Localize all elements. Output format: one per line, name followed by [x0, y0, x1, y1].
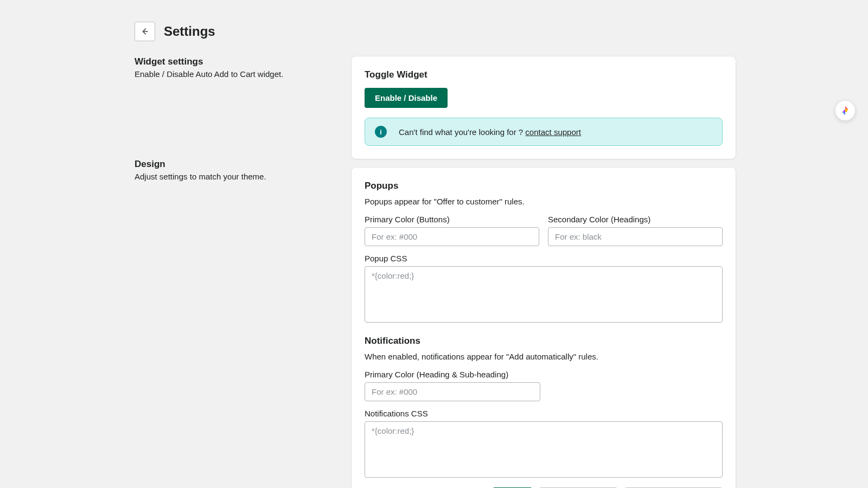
info-icon: i — [375, 126, 387, 138]
back-button[interactable] — [135, 22, 155, 41]
popup-secondary-input[interactable] — [548, 227, 723, 246]
widget-section-title: Widget settings — [135, 56, 335, 67]
notif-css-label: Notifications CSS — [365, 409, 723, 418]
popups-heading: Popups — [365, 181, 723, 191]
widget-section-label: Widget settings Enable / Disable Auto Ad… — [135, 56, 335, 79]
popup-primary-label: Primary Color (Buttons) — [365, 215, 539, 224]
design-section-label: Design Adjust settings to match your the… — [135, 159, 335, 181]
popups-desc: Popups appear for "Offer to customer" ru… — [365, 197, 723, 206]
notif-css-textarea[interactable] — [365, 421, 723, 478]
enable-disable-button[interactable]: Enable / Disable — [365, 88, 448, 108]
widget-section-desc: Enable / Disable Auto Add to Cart widget… — [135, 69, 335, 79]
notif-primary-label: Primary Color (Heading & Sub-heading) — [365, 370, 540, 379]
popup-css-label: Popup CSS — [365, 254, 723, 263]
contact-support-link[interactable]: contact support — [525, 127, 581, 137]
design-section-title: Design — [135, 159, 335, 170]
popup-css-textarea[interactable] — [365, 266, 723, 323]
support-banner: i Can't find what you're looking for ? c… — [365, 118, 723, 146]
popup-primary-input[interactable] — [365, 227, 539, 246]
design-card: Popups Popups appear for "Offer to custo… — [352, 168, 736, 488]
toggle-widget-card: Toggle Widget Enable / Disable i Can't f… — [352, 56, 736, 159]
toggle-widget-heading: Toggle Widget — [365, 69, 723, 80]
notifications-heading: Notifications — [365, 336, 723, 346]
help-widget-button[interactable] — [835, 101, 855, 120]
design-section-desc: Adjust settings to match your theme. — [135, 172, 335, 181]
app-logo-icon — [839, 105, 851, 117]
arrow-left-icon — [140, 27, 150, 36]
popup-secondary-label: Secondary Color (Headings) — [548, 215, 723, 224]
page-title: Settings — [164, 24, 215, 39]
notifications-desc: When enabled, notifications appear for "… — [365, 352, 723, 361]
notif-primary-input[interactable] — [365, 382, 540, 401]
banner-text: Can't find what you're looking for ? con… — [399, 127, 581, 137]
